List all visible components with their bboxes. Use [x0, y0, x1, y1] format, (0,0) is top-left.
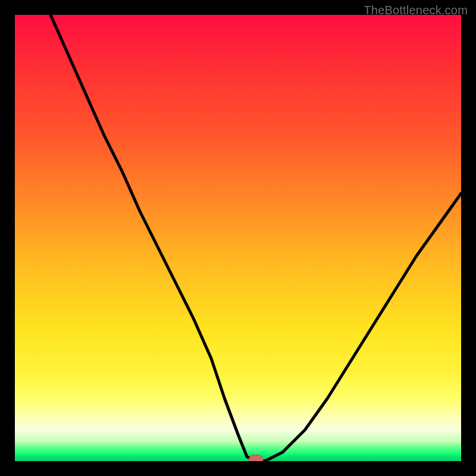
chart-frame: TheBottleneck.com: [0, 0, 476, 476]
watermark-label: TheBottleneck.com: [364, 4, 468, 17]
bottleneck-curve: [51, 15, 461, 461]
curve-minimum-marker: [249, 455, 263, 461]
plot-area: [15, 15, 461, 461]
curve-svg: [15, 15, 461, 461]
